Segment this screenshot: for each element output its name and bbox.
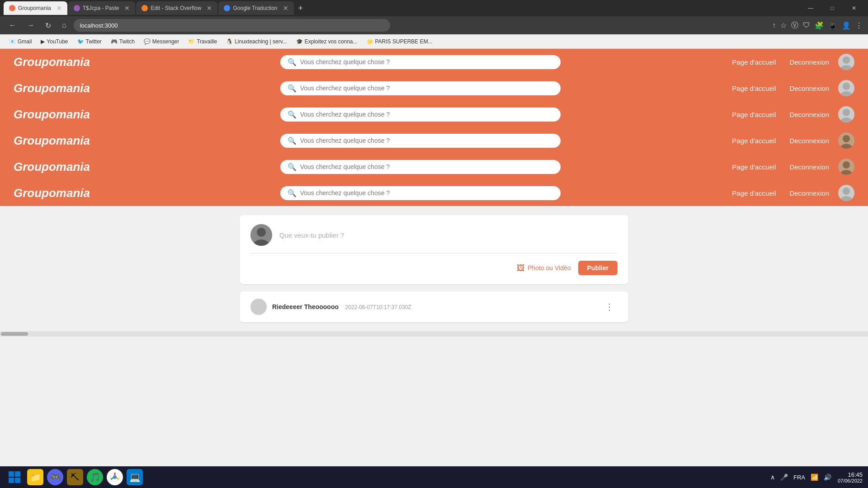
navbar-links-1: Page d'accueil Deconnexion xyxy=(732,58,829,66)
forward-button[interactable]: → xyxy=(24,19,38,31)
deconnexion-link-6[interactable]: Deconnexion xyxy=(789,189,829,197)
navbar-avatar-6[interactable] xyxy=(838,185,854,201)
page-accueil-link-3[interactable]: Page d'accueil xyxy=(732,111,776,118)
travaille-icon: 📁 xyxy=(188,38,195,45)
search-input-1[interactable] xyxy=(300,58,553,66)
page-accueil-link-6[interactable]: Page d'accueil xyxy=(732,189,776,197)
bookmark-twitter[interactable]: 🐦 Twitter xyxy=(74,38,105,46)
deconnexion-link-4[interactable]: Deconnexion xyxy=(789,137,829,145)
post-placeholder-text[interactable]: Que veux-tu publier ? xyxy=(279,231,344,239)
reload-button[interactable]: ↻ xyxy=(42,19,55,32)
post-header: Riedeeeer Theoooooo 2022-06-07T10:17:37.… xyxy=(250,299,618,315)
navbar-links-3: Page d'accueil Deconnexion xyxy=(732,111,829,118)
close-button[interactable]: ✕ xyxy=(844,1,864,15)
navbar-avatar-2[interactable] xyxy=(838,80,854,96)
back-button[interactable]: ← xyxy=(5,19,20,31)
bookmark-label-messenger: Messenger xyxy=(152,38,179,45)
bookmark-travaille[interactable]: 📁 Travaille xyxy=(184,38,221,46)
vivaldi-icon[interactable]: Ⓥ xyxy=(791,21,798,30)
deconnexion-link-1[interactable]: Deconnexion xyxy=(789,58,829,66)
svg-point-5 xyxy=(840,117,852,122)
home-button[interactable]: ⌂ xyxy=(58,19,70,31)
svg-point-9 xyxy=(840,170,852,175)
bookmark-messenger[interactable]: 💬 Messenger xyxy=(140,38,183,46)
share-icon[interactable]: ↑ xyxy=(772,21,776,29)
puzzle-icon[interactable]: 🧩 xyxy=(815,21,824,30)
shield-icon[interactable]: 🛡 xyxy=(803,21,810,29)
linuxteaching-icon: 🐧 xyxy=(226,38,233,45)
app-brand-1[interactable]: Groupomania xyxy=(14,55,127,69)
post-create-card: Que veux-tu publier ? 🖼 Photo ou Vidèo P… xyxy=(240,215,628,284)
navbar-links-4: Page d'accueil Deconnexion xyxy=(732,137,829,145)
profile-icon[interactable]: 👤 xyxy=(842,21,851,30)
tab-favicon xyxy=(9,5,15,11)
bookmark-youtube[interactable]: ▶ YouTube xyxy=(37,38,71,46)
deconnexion-link-5[interactable]: Deconnexion xyxy=(789,163,829,171)
bookmark-linuxteaching[interactable]: 🐧 Linuxteaching | serv... xyxy=(222,38,291,46)
tab-google-translate[interactable]: Google Traduction ✕ xyxy=(218,1,293,15)
page-accueil-link-1[interactable]: Page d'accueil xyxy=(732,58,776,66)
search-input-5[interactable] xyxy=(300,163,553,170)
search-input-4[interactable] xyxy=(300,137,553,144)
photo-icon: 🖼 xyxy=(517,263,525,273)
photo-video-button[interactable]: 🖼 Photo ou Vidèo xyxy=(517,263,571,273)
tab-paste[interactable]: T$Jcpa - Paste ✕ xyxy=(68,1,136,15)
minimize-button[interactable]: — xyxy=(800,1,821,15)
bookmark-twitch[interactable]: 🎮 Twitch xyxy=(107,38,138,46)
app-brand-6[interactable]: Groupomania xyxy=(14,186,127,200)
search-input-6[interactable] xyxy=(300,189,553,197)
bookmark-star-icon[interactable]: ☆ xyxy=(780,21,787,30)
menu-icon[interactable]: ⋮ xyxy=(855,21,863,30)
maximize-button[interactable]: □ xyxy=(822,1,843,15)
tab-favicon-4 xyxy=(224,5,230,11)
tab-favicon-3 xyxy=(142,5,148,11)
horizontal-scrollbar[interactable] xyxy=(0,331,868,337)
svg-point-7 xyxy=(840,144,852,149)
page-accueil-link-2[interactable]: Page d'accueil xyxy=(732,84,776,92)
search-container-1: 🔍 xyxy=(280,55,561,69)
navbar-links-2: Page d'accueil Deconnexion xyxy=(732,84,829,92)
tab-title-3: Edit - Stack Overflow xyxy=(151,5,201,11)
tab-close-btn-2[interactable]: ✕ xyxy=(122,5,130,12)
post-menu-button[interactable]: ⋮ xyxy=(601,301,618,312)
publish-button[interactable]: Publier xyxy=(578,261,618,275)
paris-icon: 🌟 xyxy=(367,38,373,45)
page-accueil-link-4[interactable]: Page d'accueil xyxy=(732,137,776,145)
window-controls: — □ ✕ xyxy=(800,1,864,15)
deconnexion-link-3[interactable]: Deconnexion xyxy=(789,111,829,118)
app-brand-4[interactable]: Groupomania xyxy=(14,134,127,148)
navbar-avatar-1[interactable] xyxy=(838,54,854,70)
search-icon-2: 🔍 xyxy=(288,84,297,93)
new-tab-button[interactable]: + xyxy=(295,4,307,13)
tab-close-btn-4[interactable]: ✕ xyxy=(280,5,288,12)
tab-close-btn[interactable]: ✕ xyxy=(54,5,62,12)
tab-groupomania[interactable]: Groupomania ✕ xyxy=(4,1,67,15)
search-input-2[interactable] xyxy=(300,84,553,92)
page-accueil-link-5[interactable]: Page d'accueil xyxy=(732,163,776,171)
tab-close-btn-3[interactable]: ✕ xyxy=(204,5,212,12)
svg-point-6 xyxy=(843,135,850,142)
navbar-1: Groupomania 🔍 Page d'accueil Deconnexion xyxy=(0,49,868,75)
address-bar[interactable] xyxy=(74,19,390,32)
bookmark-paris[interactable]: 🌟 PARIS SUPERBE EM... xyxy=(363,38,436,46)
bookmark-gmail[interactable]: 📧 Gmail xyxy=(5,38,35,46)
screensaver-icon[interactable]: 📱 xyxy=(828,21,837,30)
app-brand-5[interactable]: Groupomania xyxy=(14,160,127,174)
navbar-avatar-3[interactable] xyxy=(838,106,854,122)
navbar-avatar-5[interactable] xyxy=(838,159,854,175)
navbar-2: Groupomania 🔍 Page d'accueil Deconnexion xyxy=(0,75,868,101)
twitch-icon: 🎮 xyxy=(111,38,118,45)
bookmark-exploitez[interactable]: 🎓 Exploitez vos conna... xyxy=(292,38,361,46)
search-input-3[interactable] xyxy=(300,111,553,118)
tab-stackoverflow[interactable]: Edit - Stack Overflow ✕ xyxy=(136,1,217,15)
app-brand-2[interactable]: Groupomania xyxy=(14,81,127,95)
svg-point-13 xyxy=(257,228,266,237)
scrollbar-thumb[interactable] xyxy=(1,332,28,336)
app-brand-3[interactable]: Groupomania xyxy=(14,108,127,122)
navbar-avatar-4[interactable] xyxy=(838,132,854,149)
bookmark-label-twitter: Twitter xyxy=(86,38,102,45)
svg-point-4 xyxy=(843,109,850,116)
deconnexion-link-2[interactable]: Deconnexion xyxy=(789,84,829,92)
bookmark-label-linuxteaching: Linuxteaching | serv... xyxy=(235,38,287,45)
navbar-links-5: Page d'accueil Deconnexion xyxy=(732,163,829,171)
